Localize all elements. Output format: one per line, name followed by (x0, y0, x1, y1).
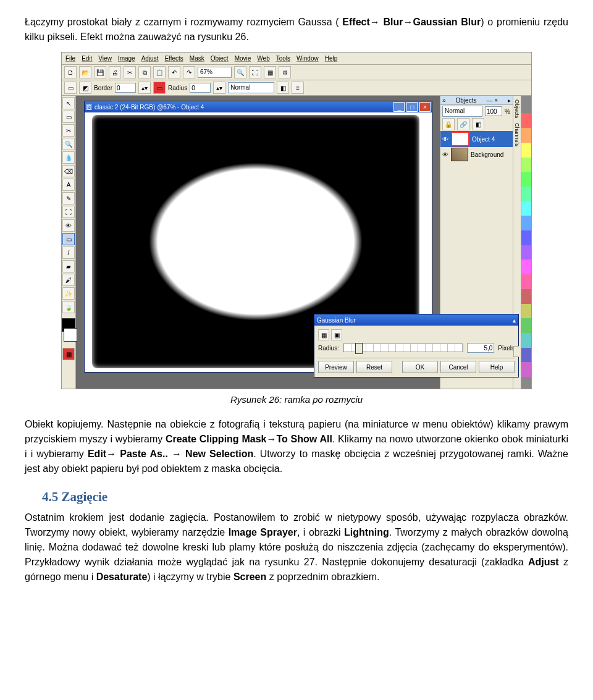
menu-mask[interactable]: Mask (190, 54, 204, 63)
reset-button[interactable]: Reset (356, 361, 392, 373)
side-tab-objects[interactable]: Objects (514, 99, 520, 119)
paste-button[interactable]: 📋 (153, 66, 166, 78)
text-bold: Adjust (528, 557, 559, 567)
options-button[interactable]: ⚙ (279, 66, 291, 78)
undo-button[interactable]: ↶ (168, 66, 180, 78)
zoom-tool-icon[interactable]: 🔍 (62, 138, 75, 150)
spinner-icon[interactable]: ▴▾ (138, 82, 151, 94)
visibility-icon[interactable]: 👁 (442, 135, 448, 144)
minimize-button[interactable]: _ (393, 102, 405, 112)
objects-panel-header: » Objects — × ▸ (440, 96, 513, 105)
menu-window[interactable]: Window (296, 54, 319, 63)
antialias-icon[interactable]: ◧ (277, 82, 289, 94)
sprayer-tool-icon[interactable]: 🍃 (62, 301, 75, 313)
effect-tool-icon[interactable]: ✨ (62, 287, 75, 300)
text-bold: Image Sprayer (229, 527, 297, 538)
launcher-button[interactable]: ▦ (264, 66, 276, 78)
outline-color-icon[interactable]: ▭ (153, 82, 166, 94)
text: Łączymy prostokat biały z czarnym i rozm… (25, 17, 342, 27)
menu-adjust[interactable]: Adjust (141, 54, 159, 63)
dialog-flyout-tab[interactable] (513, 346, 519, 357)
redeye-tool-icon[interactable]: 👁 (62, 219, 75, 232)
text-bold: Lightning (344, 527, 389, 538)
menu-movie[interactable]: Movie (235, 54, 251, 63)
border-label: Border (94, 83, 112, 93)
mask-tool-icon[interactable]: ▭ (62, 111, 75, 123)
layer-thumb-icon (451, 148, 468, 161)
rect-tool-icon[interactable]: ▭ (62, 233, 75, 245)
menu-image[interactable]: Image (118, 54, 135, 63)
heading-4-5: 4.5 Zagięcie (42, 487, 568, 507)
options2-icon[interactable]: ≡ (292, 82, 304, 94)
toolbar-property: ▭ ◩ Border 0 ▴▾ ▭ Radius 0 ▴▾ Normal ◧ ≡ (62, 80, 531, 96)
mask-overlay-icon[interactable]: ▦ (62, 348, 75, 360)
preview-result-icon[interactable]: ▣ (331, 329, 342, 340)
text: z poprzednim obrazkiem. (266, 571, 379, 582)
paragraph-2: Obiekt kopiujemy. Następnie na obiekcie … (25, 417, 568, 476)
layer-item-object4[interactable]: 👁 Object 4 (440, 131, 513, 147)
paint-tool-icon[interactable]: 🖌 (62, 274, 75, 286)
eyedrop-tool-icon[interactable]: 💧 (62, 151, 75, 164)
layer-opacity-value[interactable]: 100 (485, 106, 502, 116)
text: ) i łączymy w trybie (147, 571, 233, 582)
menu-edit[interactable]: Edit (82, 54, 92, 63)
radius-value[interactable]: 0 (190, 83, 211, 93)
visibility-icon[interactable]: 👁 (442, 150, 448, 159)
line-tool-icon[interactable]: / (62, 247, 75, 259)
redo-button[interactable]: ↷ (183, 66, 195, 78)
clone-tool-icon[interactable]: ⛶ (62, 206, 75, 218)
layer-lock-icon[interactable]: 🔒 (442, 118, 455, 130)
crop-tool-icon[interactable]: ✂ (62, 124, 75, 137)
text-tool-icon[interactable]: A (62, 179, 75, 191)
zoom-fit-button[interactable]: ⛶ (249, 66, 261, 78)
dialog-collapse-icon[interactable]: ▴ (513, 316, 516, 325)
radius-slider[interactable] (343, 344, 463, 352)
menu-effects[interactable]: Effects (164, 54, 183, 63)
panel-close-icon[interactable]: — × (486, 96, 498, 105)
slider-handle[interactable] (355, 343, 363, 354)
layer-item-background[interactable]: 👁 Background (440, 147, 513, 162)
print-button[interactable]: 🖨 (109, 66, 121, 78)
help-button[interactable]: Help (479, 361, 515, 373)
cancel-button[interactable]: Cancel (440, 361, 476, 373)
spinner-icon[interactable]: ▴▾ (213, 82, 225, 94)
color-palette-strip[interactable] (521, 96, 531, 389)
text-bold: Screen (233, 571, 266, 582)
pick-tool-icon[interactable]: ↖ (62, 97, 75, 109)
menu-tools[interactable]: Tools (276, 54, 290, 63)
menu-view[interactable]: View (98, 54, 112, 63)
preview-button[interactable]: Preview (318, 361, 354, 373)
eraser-tool-icon[interactable]: ⌫ (62, 165, 75, 177)
zoom-level[interactable]: 67% (198, 67, 232, 78)
copy-button[interactable]: ⧉ (138, 66, 151, 78)
document-titlebar: 🖼 classic:2 (24-Bit RGB) @67% - Object 4… (85, 101, 432, 112)
border-value[interactable]: 0 (115, 83, 136, 93)
side-tab-channels[interactable]: Channels (514, 123, 520, 146)
menu-help[interactable]: Help (325, 54, 338, 63)
background-color[interactable] (64, 328, 77, 342)
layer-link-icon[interactable]: 🔗 (457, 118, 469, 130)
menu-object[interactable]: Object (211, 54, 229, 63)
close-button[interactable]: × (419, 102, 431, 112)
shape-rect-icon[interactable]: ▭ (64, 82, 77, 94)
fill-tool-icon[interactable]: ▰ (62, 260, 75, 272)
blend-mode-select[interactable]: Normal (228, 82, 274, 93)
layer-blend-select[interactable]: Normal (442, 106, 482, 117)
zoom-in-button[interactable]: 🔍 (234, 66, 246, 78)
menu-web[interactable]: Web (257, 54, 269, 63)
maximize-button[interactable]: □ (406, 102, 418, 112)
preview-original-icon[interactable]: ▦ (318, 329, 329, 340)
cut-button[interactable]: ✂ (124, 66, 136, 78)
ok-button[interactable]: OK (402, 361, 438, 373)
panel-menu-icon[interactable]: ▸ (508, 96, 511, 105)
radius-value-input[interactable]: 5,0 (467, 343, 494, 353)
layer-mask-icon[interactable]: ◧ (472, 118, 484, 130)
figure-caption: Rysunek 26: ramka po rozmyciu (25, 393, 568, 407)
new-button[interactable]: 🗋 (64, 66, 77, 78)
fill-icon[interactable]: ◩ (79, 82, 91, 94)
radius-unit: Pixels (498, 344, 515, 353)
save-button[interactable]: 💾 (94, 66, 106, 78)
open-button[interactable]: 📂 (79, 66, 91, 78)
menu-file[interactable]: File (65, 54, 75, 63)
touchup-tool-icon[interactable]: ✎ (62, 192, 75, 205)
